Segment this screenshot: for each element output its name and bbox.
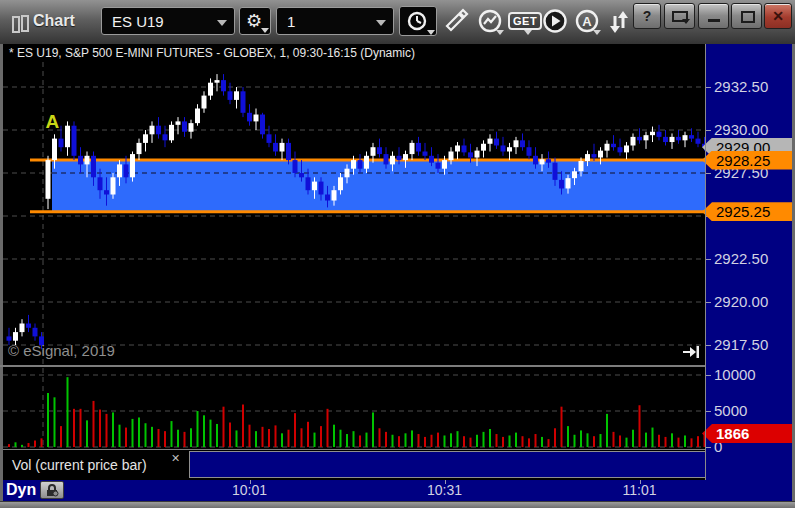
chart-header: * ES U19, S&P 500 E-MINI FUTURES - GLOBE… <box>3 44 706 62</box>
svg-text:A: A <box>582 14 592 29</box>
chevron-down-icon <box>217 20 227 26</box>
price-tag-zone-bottom: 2925.25 <box>702 202 792 221</box>
axis-tick <box>706 345 711 346</box>
time-tick-label: 10:01 <box>232 482 267 498</box>
close-icon: ✕ <box>772 8 784 24</box>
annotation-a-marker: A <box>46 111 60 133</box>
highlight-zone <box>52 160 706 212</box>
volume-series <box>8 377 706 447</box>
go-to-end-icon[interactable] <box>682 345 700 359</box>
volume-chart <box>3 368 706 449</box>
time-interval-button[interactable] <box>399 6 437 36</box>
minimize-button[interactable] <box>698 3 729 29</box>
price-axis[interactable]: 2932.502930.002927.502925.002922.502920.… <box>706 44 792 480</box>
study-panel <box>189 451 707 478</box>
help-icon: ? <box>643 8 652 24</box>
close-study-icon[interactable]: ✕ <box>171 452 180 465</box>
price-tick-label: 2917.50 <box>714 336 768 354</box>
price-pane[interactable]: A © eSignal, 2019 <box>3 62 706 366</box>
interval-dropdown-value: 1 <box>287 13 295 30</box>
price-tick-label: 2930.00 <box>714 121 768 139</box>
axis-tick <box>706 130 711 131</box>
alerts-button[interactable]: A <box>573 8 603 42</box>
close-button[interactable]: ✕ <box>764 3 792 29</box>
price-tick-label: 2932.50 <box>714 78 768 96</box>
minimize-icon <box>708 19 720 22</box>
window-frame-bottom <box>0 501 795 508</box>
chevron-down-icon <box>496 30 504 35</box>
get-icon: GET <box>508 12 542 30</box>
lock-icon <box>44 483 60 497</box>
draw-tool-button[interactable] <box>442 8 470 40</box>
chevron-down-icon <box>682 19 690 24</box>
chevron-down-icon <box>524 30 532 35</box>
refresh-arrows-button[interactable] <box>606 8 632 40</box>
replay-button[interactable] <box>541 8 569 40</box>
chevron-down-icon <box>593 30 601 35</box>
volume-tick-label: 10000 <box>714 366 756 384</box>
axis-separator <box>705 44 706 480</box>
maximize-button[interactable] <box>731 3 762 29</box>
volume-label-row: Vol (current price bar) ✕ <box>3 450 706 480</box>
axis-tick <box>706 411 711 412</box>
chart-window-icon <box>12 15 28 30</box>
interval-dropdown[interactable]: 1 <box>276 7 394 35</box>
maximize-icon <box>741 11 755 23</box>
watermark: © eSignal, 2019 <box>8 342 115 359</box>
gear-icon: ⚙ <box>246 10 262 32</box>
window-title: Chart <box>33 12 75 30</box>
chart-window: Chart ES U19 ⚙ 1 <box>0 0 795 508</box>
volume-study-label[interactable]: Vol (current price bar) <box>3 450 189 480</box>
time-tick-label: 10:31 <box>427 482 462 498</box>
dock-window-button[interactable] <box>664 3 695 29</box>
volume-tick-label: 5000 <box>714 402 747 420</box>
volume-pane[interactable] <box>3 368 706 449</box>
title-bar[interactable]: Chart ES U19 ⚙ 1 <box>0 0 795 46</box>
time-tick-label: 11:01 <box>623 482 657 498</box>
chart-header-text: * ES U19, S&P 500 E-MINI FUTURES - GLOBE… <box>9 46 415 60</box>
price-tick-label: 2920.00 <box>714 293 768 311</box>
time-template-lock-button[interactable] <box>40 481 64 499</box>
axis-tick <box>706 259 711 260</box>
axis-tick <box>706 173 711 174</box>
help-button[interactable]: ? <box>633 3 661 29</box>
get-data-button[interactable]: GET <box>508 11 542 29</box>
pencil-icon <box>442 8 470 36</box>
chevron-down-icon <box>261 28 269 33</box>
swap-arrows-icon <box>606 8 632 36</box>
symbol-settings-button[interactable]: ⚙ <box>239 7 271 35</box>
chevron-down-icon <box>427 30 435 35</box>
chevron-down-icon <box>376 20 386 26</box>
axis-tick <box>706 447 711 448</box>
price-gridlines <box>3 87 706 345</box>
axis-tick <box>706 87 711 88</box>
price-tag-zone-top: 2928.25 <box>702 151 792 170</box>
time-axis[interactable]: Dyn 10:0110:3111:01 <box>3 480 792 501</box>
price-tick-label: 2922.50 <box>714 250 768 268</box>
candlestick-chart <box>3 62 706 366</box>
axis-tick <box>706 375 711 376</box>
symbol-dropdown-value: ES U19 <box>112 13 164 30</box>
dyn-mode-label[interactable]: Dyn <box>6 481 36 499</box>
axis-tick <box>706 302 711 303</box>
pane-separator[interactable] <box>0 365 792 367</box>
symbol-dropdown[interactable]: ES U19 <box>101 7 235 35</box>
play-icon <box>541 8 569 36</box>
clock-icon <box>406 10 428 32</box>
price-tag-last-volume: 1866 <box>702 424 792 443</box>
trend-tool-button[interactable] <box>476 8 506 42</box>
